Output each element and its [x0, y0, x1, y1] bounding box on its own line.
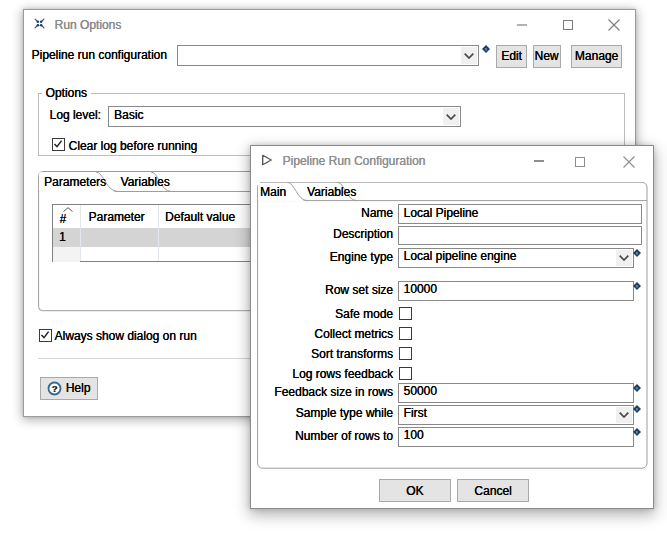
svg-text:?: ? — [51, 383, 57, 394]
